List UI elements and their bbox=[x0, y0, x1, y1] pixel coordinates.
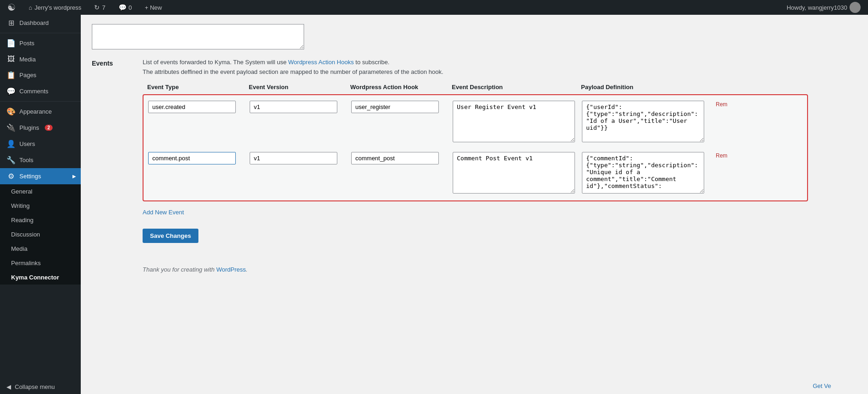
table-row: User Register Event v1 {"userId": {"type… bbox=[148, 101, 802, 144]
footer-text: Thank you for creating with WordPress. bbox=[143, 266, 808, 273]
sidebar-item-appearance[interactable]: 🎨 Appearance bbox=[0, 103, 81, 120]
col-actions bbox=[710, 84, 803, 91]
howdy-label: Howdy, wangjerry1030 bbox=[784, 0, 863, 15]
media-icon: 🖼 bbox=[6, 55, 16, 63]
settings-icon: ⚙ bbox=[6, 172, 16, 181]
submenu-label-writing: Writing bbox=[11, 202, 30, 209]
sidebar-label-dashboard: Dashboard bbox=[19, 19, 49, 26]
avatar bbox=[850, 2, 861, 13]
sidebar-item-settings[interactable]: ⚙ Settings ▶ bbox=[0, 168, 81, 184]
payload-def-cell-2: {"commentId": {"type":"string","descript… bbox=[582, 152, 711, 195]
table-row: Comment Post Event v1 {"commentId": {"ty… bbox=[148, 152, 802, 195]
sidebar-label-users: Users bbox=[19, 140, 35, 147]
sidebar-submenu-media[interactable]: Media bbox=[0, 242, 81, 256]
collapse-menu-label: Collapse menu bbox=[15, 383, 55, 390]
event-version-input-1[interactable] bbox=[250, 101, 337, 113]
events-section: Events List of events forwarded to Kyma.… bbox=[92, 58, 808, 273]
sidebar-item-users[interactable]: 👤 Users bbox=[0, 136, 81, 152]
settings-arrow-icon: ▶ bbox=[72, 174, 76, 179]
event-type-input-1[interactable] bbox=[148, 101, 236, 113]
events-rows-container: User Register Event v1 {"userId": {"type… bbox=[143, 94, 808, 201]
comments-button[interactable]: 💬 0 bbox=[116, 0, 135, 15]
event-type-cell-1 bbox=[148, 101, 250, 113]
payload-def-cell-1: {"userId": {"type":"string","description… bbox=[582, 101, 711, 144]
sidebar-submenu-reading[interactable]: Reading bbox=[0, 213, 81, 227]
event-type-input-2[interactable] bbox=[148, 152, 236, 164]
col-wp-action-hook: Wordpress Action Hook bbox=[350, 84, 452, 91]
updates-count: 7 bbox=[102, 4, 105, 11]
event-desc-cell-1: User Register Event v1 bbox=[453, 101, 582, 144]
sidebar-item-comments[interactable]: 💬 Comments bbox=[0, 83, 81, 99]
sidebar-item-pages[interactable]: 📋 Pages bbox=[0, 67, 81, 83]
sidebar-label-tools: Tools bbox=[19, 157, 33, 164]
wp-hook-input-2[interactable] bbox=[351, 152, 439, 164]
comments-icon: 💬 bbox=[119, 4, 126, 11]
sidebar-item-dashboard[interactable]: ⊞ Dashboard bbox=[0, 15, 81, 31]
pages-icon: 📋 bbox=[6, 71, 16, 79]
new-content-button[interactable]: + New bbox=[142, 0, 165, 15]
payload-def-textarea-2[interactable]: {"commentId": {"type":"string","descript… bbox=[582, 152, 704, 194]
col-event-type: Event Type bbox=[147, 84, 249, 91]
submenu-label-general: General bbox=[11, 188, 32, 195]
sidebar-label-comments: Comments bbox=[19, 88, 48, 95]
wp-hook-cell-1 bbox=[351, 101, 453, 113]
tools-icon: 🔧 bbox=[6, 156, 16, 164]
content-area: Events List of events forwarded to Kyma.… bbox=[81, 15, 868, 394]
payload-def-textarea-1[interactable]: {"userId": {"type":"string","description… bbox=[582, 101, 704, 142]
event-desc-textarea-2[interactable]: Comment Post Event v1 bbox=[453, 152, 575, 194]
posts-icon: 📄 bbox=[6, 39, 16, 48]
event-version-cell-2 bbox=[250, 152, 351, 164]
users-icon: 👤 bbox=[6, 139, 16, 148]
event-version-input-2[interactable] bbox=[250, 152, 337, 164]
sidebar-submenu-discussion[interactable]: Discussion bbox=[0, 227, 81, 242]
sidebar-label-media: Media bbox=[19, 56, 36, 63]
event-desc-cell-2: Comment Post Event v1 bbox=[453, 152, 582, 195]
submenu-label-permalinks: Permalinks bbox=[11, 260, 41, 267]
collapse-icon: ◀ bbox=[6, 383, 11, 390]
submenu-label-discussion: Discussion bbox=[11, 231, 40, 238]
new-label: + New bbox=[145, 4, 162, 11]
events-table-header: Event Type Event Version Wordpress Actio… bbox=[143, 84, 808, 91]
submenu-label-reading: Reading bbox=[11, 217, 33, 224]
updates-button[interactable]: ↻ 7 bbox=[91, 0, 108, 15]
sidebar-submenu-permalinks[interactable]: Permalinks bbox=[0, 256, 81, 270]
site-name-button[interactable]: ⌂ Jerry's wordpress bbox=[26, 0, 84, 15]
get-ve-link[interactable]: Get Ve bbox=[813, 382, 831, 389]
sidebar-item-plugins[interactable]: 🔌 Plugins 2 bbox=[0, 120, 81, 136]
wp-logo-icon: ☯ bbox=[7, 2, 16, 13]
sidebar-label-settings: Settings bbox=[19, 173, 41, 180]
event-type-cell-2 bbox=[148, 152, 250, 164]
plugins-badge: 2 bbox=[45, 125, 53, 131]
sidebar-submenu-writing[interactable]: Writing bbox=[0, 199, 81, 213]
wp-hook-cell-2 bbox=[351, 152, 453, 164]
appearance-icon: 🎨 bbox=[6, 107, 16, 116]
remove-row-2-link[interactable]: Rem bbox=[714, 150, 729, 162]
event-desc-textarea-1[interactable]: User Register Event v1 bbox=[453, 101, 575, 142]
collapse-menu-button[interactable]: ◀ Collapse menu bbox=[0, 380, 81, 394]
admin-bar: ☯ ⌂ Jerry's wordpress ↻ 7 💬 0 + New Howd… bbox=[0, 0, 868, 15]
sidebar-label-appearance: Appearance bbox=[19, 108, 52, 115]
save-changes-button[interactable]: Save Changes bbox=[143, 229, 198, 243]
sidebar-label-plugins: Plugins bbox=[19, 124, 39, 131]
col-payload-definition: Payload Definition bbox=[581, 84, 710, 91]
sidebar-submenu-general[interactable]: General bbox=[0, 184, 81, 199]
col-event-version: Event Version bbox=[249, 84, 350, 91]
remove-row-1-link[interactable]: Rem bbox=[714, 98, 729, 110]
sidebar-item-posts[interactable]: 📄 Posts bbox=[0, 35, 81, 51]
comments-nav-icon: 💬 bbox=[6, 87, 16, 96]
wp-hook-input-1[interactable] bbox=[351, 101, 439, 113]
wordpress-footer-link[interactable]: WordPress bbox=[216, 266, 246, 273]
submenu-label-kyma: Kyma Connector bbox=[11, 274, 59, 281]
sidebar: ⊞ Dashboard 📄 Posts 🖼 Media 📋 Pages 💬 Co… bbox=[0, 15, 81, 394]
sidebar-label-posts: Posts bbox=[19, 40, 35, 47]
remove-cell-2: Rem bbox=[711, 152, 802, 159]
sidebar-submenu-kyma-connector[interactable]: Kyma Connector bbox=[0, 270, 81, 285]
col-event-description: Event Description bbox=[452, 84, 581, 91]
top-description-textarea[interactable] bbox=[92, 24, 304, 49]
sidebar-item-tools[interactable]: 🔧 Tools bbox=[0, 152, 81, 168]
sidebar-item-media[interactable]: 🖼 Media bbox=[0, 51, 81, 67]
dashboard-icon: ⊞ bbox=[6, 18, 16, 27]
wp-logo-button[interactable]: ☯ bbox=[5, 0, 18, 15]
wordpress-action-hooks-link[interactable]: Wordpress Action Hooks bbox=[288, 59, 354, 66]
add-new-event-link[interactable]: Add New Event bbox=[143, 209, 184, 216]
